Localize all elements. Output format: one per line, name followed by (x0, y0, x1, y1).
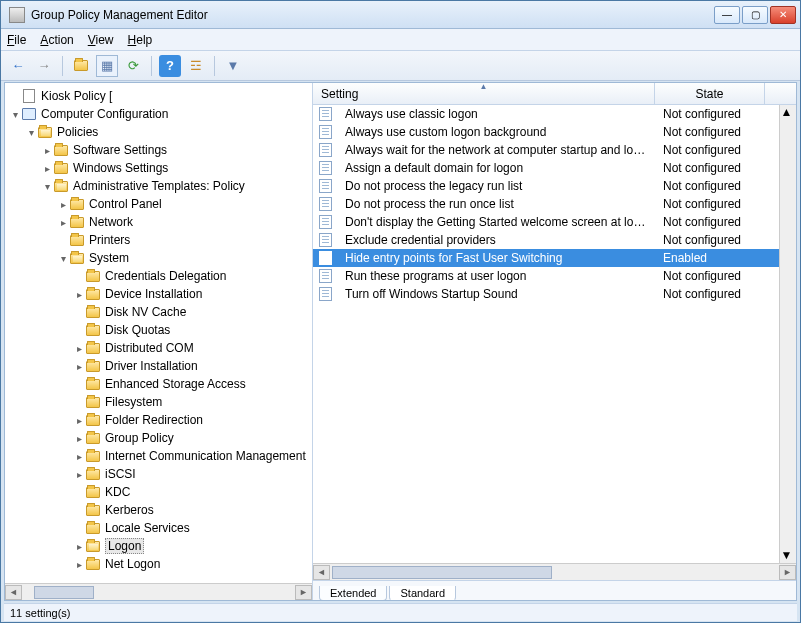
menu-file[interactable]: File (7, 33, 26, 47)
expander-icon[interactable]: ▸ (73, 433, 85, 444)
expander-icon[interactable]: ▾ (41, 181, 53, 192)
expander-icon[interactable]: ▸ (73, 541, 85, 552)
setting-row[interactable]: Always wait for the network at computer … (313, 141, 779, 159)
expander-icon[interactable]: ▸ (57, 199, 69, 210)
back-button[interactable]: ← (7, 55, 29, 77)
tree-printers[interactable]: Printers (7, 231, 312, 249)
setting-name: Don't display the Getting Started welcom… (339, 215, 657, 229)
expander-icon[interactable]: ▾ (25, 127, 37, 138)
expander-icon[interactable]: ▸ (73, 451, 85, 462)
tree-system-child[interactable]: Filesystem (7, 393, 312, 411)
tree-item-icon (53, 143, 69, 157)
tree-system-child[interactable]: ▸Folder Redirection (7, 411, 312, 429)
column-setting[interactable]: Setting (313, 83, 655, 104)
expander-icon[interactable]: ▸ (73, 559, 85, 570)
tree-system-child[interactable]: Credentials Delegation (7, 267, 312, 285)
tree-network[interactable]: ▸Network (7, 213, 312, 231)
menu-help[interactable]: Help (128, 33, 153, 47)
tree-root[interactable]: Kiosk Policy [ (7, 87, 312, 105)
tree-system-child[interactable]: ▸Distributed COM (7, 339, 312, 357)
help-button[interactable]: ? (159, 55, 181, 77)
setting-row[interactable]: Turn off Windows Startup SoundNot config… (313, 285, 779, 303)
tree-system-child[interactable]: ▸Logon (7, 537, 312, 555)
setting-row[interactable]: Always use classic logonNot configured (313, 105, 779, 123)
close-button[interactable]: ✕ (770, 6, 796, 24)
expander-icon[interactable]: ▸ (73, 361, 85, 372)
expander-icon[interactable]: ▸ (41, 163, 53, 174)
forward-button[interactable]: → (33, 55, 55, 77)
folder-icon (86, 487, 100, 498)
tree-item-label: Network (89, 215, 133, 229)
tree-scroll[interactable]: Kiosk Policy [▾Computer Configuration▾Po… (5, 83, 312, 583)
setting-state: Not configured (657, 233, 767, 247)
show-hide-button[interactable]: ▦ (96, 55, 118, 77)
tree-horizontal-scrollbar[interactable]: ◄ ► (5, 583, 312, 600)
tree-system-child[interactable]: ▸Internet Communication Management (7, 447, 312, 465)
tree-system-child[interactable]: ▸Group Policy (7, 429, 312, 447)
minimize-button[interactable]: ― (714, 6, 740, 24)
setting-row[interactable]: Don't display the Getting Started welcom… (313, 213, 779, 231)
tree-system-child[interactable]: Locale Services (7, 519, 312, 537)
setting-row[interactable]: Hide entry points for Fast User Switchin… (313, 249, 779, 267)
tree-system[interactable]: ▾System (7, 249, 312, 267)
tree-system-child[interactable]: Kerberos (7, 501, 312, 519)
expander-icon[interactable]: ▾ (9, 109, 21, 120)
menu-action[interactable]: Action (40, 33, 73, 47)
setting-row[interactable]: Do not process the run once listNot conf… (313, 195, 779, 213)
expander-icon[interactable]: ▸ (57, 217, 69, 228)
expander-icon[interactable]: ▸ (41, 145, 53, 156)
tree-windows-settings[interactable]: ▸Windows Settings (7, 159, 312, 177)
list-vertical-scrollbar[interactable]: ▲ ▼ (779, 105, 796, 563)
scroll-down-button[interactable]: ▼ (781, 548, 796, 563)
tree-system-child[interactable]: Enhanced Storage Access (7, 375, 312, 393)
setting-state: Not configured (657, 287, 767, 301)
menu-view[interactable]: View (88, 33, 114, 47)
tree-policies[interactable]: ▾Policies (7, 123, 312, 141)
setting-row[interactable]: Exclude credential providersNot configur… (313, 231, 779, 249)
tab-extended[interactable]: Extended (319, 586, 387, 600)
expander-icon[interactable]: ▾ (57, 253, 69, 264)
scroll-thumb[interactable] (34, 586, 94, 599)
expander-icon[interactable]: ▸ (73, 469, 85, 480)
scroll-right-button[interactable]: ► (779, 565, 796, 580)
expander-icon[interactable]: ▸ (73, 415, 85, 426)
expander-icon[interactable]: ▸ (73, 343, 85, 354)
scroll-thumb[interactable] (332, 566, 552, 579)
filter-button[interactable]: ▼ (222, 55, 244, 77)
tree-system-child[interactable]: ▸Net Logon (7, 555, 312, 573)
setting-row[interactable]: Run these programs at user logonNot conf… (313, 267, 779, 285)
setting-row[interactable]: Do not process the legacy run listNot co… (313, 177, 779, 195)
up-button[interactable] (70, 55, 92, 77)
tree-item-label: Software Settings (73, 143, 167, 157)
list-header: Setting State (313, 83, 796, 105)
tree-item-icon (69, 251, 85, 265)
tab-standard[interactable]: Standard (389, 586, 456, 600)
properties-button[interactable]: ☲ (185, 55, 207, 77)
tree-system-child[interactable]: KDC (7, 483, 312, 501)
tree-item-icon (69, 197, 85, 211)
maximize-button[interactable]: ▢ (742, 6, 768, 24)
expander-icon[interactable]: ▸ (73, 289, 85, 300)
folder-icon (86, 559, 100, 570)
tree-control-panel[interactable]: ▸Control Panel (7, 195, 312, 213)
setting-row[interactable]: Assign a default domain for logonNot con… (313, 159, 779, 177)
scroll-left-button[interactable]: ◄ (5, 585, 22, 600)
list-horizontal-scrollbar[interactable]: ◄ ► (313, 563, 796, 580)
export-button[interactable]: ⟳ (122, 55, 144, 77)
tree-admin-templates[interactable]: ▾Administrative Templates: Policy (7, 177, 312, 195)
tree-system-child[interactable]: Disk NV Cache (7, 303, 312, 321)
tree-system-child[interactable]: ▸Driver Installation (7, 357, 312, 375)
scroll-right-button[interactable]: ► (295, 585, 312, 600)
column-state-label: State (695, 87, 723, 101)
tree-software-settings[interactable]: ▸Software Settings (7, 141, 312, 159)
setting-row[interactable]: Always use custom logon backgroundNot co… (313, 123, 779, 141)
scroll-up-button[interactable]: ▲ (781, 105, 796, 120)
setting-icon (319, 143, 335, 157)
tree-computer-configuration[interactable]: ▾Computer Configuration (7, 105, 312, 123)
tree-system-child[interactable]: Disk Quotas (7, 321, 312, 339)
scroll-left-button[interactable]: ◄ (313, 565, 330, 580)
tree-system-child[interactable]: ▸Device Installation (7, 285, 312, 303)
tree-system-child[interactable]: ▸iSCSI (7, 465, 312, 483)
column-state[interactable]: State (655, 83, 765, 104)
list-body[interactable]: Always use classic logonNot configuredAl… (313, 105, 779, 563)
